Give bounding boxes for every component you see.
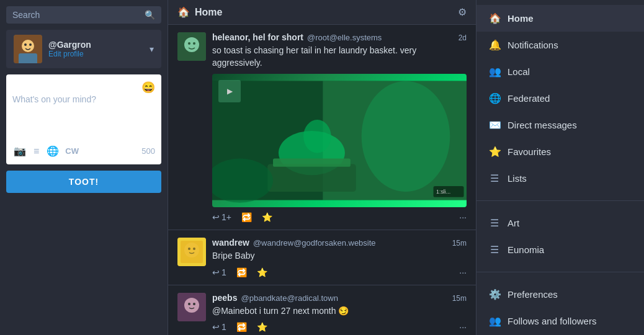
- post-name-1: heleanor, hel for short: [212, 32, 303, 42]
- svg-point-27: [184, 298, 199, 313]
- chevron-down-icon[interactable]: ▾: [150, 44, 154, 54]
- emoji-icon[interactable]: 😄: [141, 81, 155, 94]
- home-nav-icon: 🏠: [489, 12, 500, 24]
- svg-point-4: [29, 43, 32, 46]
- gear-icon: ⚙️: [489, 288, 500, 300]
- post-header-1: heleanor, hel for short @root@elle.syste…: [212, 32, 467, 42]
- sidebar-item-label-preferences: Preferences: [508, 289, 558, 300]
- compose-toolbar: 📷 ≡ 🌐 CW 500: [12, 144, 155, 158]
- reply-button-1[interactable]: ↩ 1+: [212, 212, 231, 222]
- sidebar-item-lists[interactable]: ☰ Lists: [476, 165, 644, 192]
- sidebar-item-notifications[interactable]: 🔔 Notifications: [476, 32, 644, 58]
- profile-edit-link[interactable]: Edit profile: [48, 50, 150, 58]
- search-icon: 🔍: [145, 10, 155, 20]
- toot-button[interactable]: TOOT!: [6, 171, 161, 193]
- sidebar-item-home[interactable]: 🏠 Home: [476, 5, 644, 32]
- compose-textarea[interactable]: [12, 94, 155, 138]
- post-text-2: Bripe Baby: [212, 250, 467, 262]
- post-time-2: 15m: [452, 239, 467, 248]
- sidebar-item-follows[interactable]: 👥 Follows and followers: [476, 308, 644, 334]
- boost-button-2[interactable]: 🔁: [236, 267, 247, 277]
- favourite-button-2[interactable]: ⭐: [257, 267, 267, 277]
- svg-point-28: [188, 303, 190, 305]
- sidebar-item-preferences[interactable]: ⚙️ Preferences: [476, 281, 644, 308]
- list-eunomia-icon: ☰: [489, 244, 500, 256]
- post-actions-3: ↩ 1 🔁 ⭐ ···: [212, 322, 467, 332]
- post-header-3: peebs @pbandkate@radical.town 15m: [212, 293, 467, 303]
- post-top-2: wandrew @wandrew@godforsaken.website 15m…: [177, 238, 467, 277]
- more-button-2[interactable]: ···: [459, 267, 467, 277]
- sidebar-item-eunomia[interactable]: ☰ Eunomia: [476, 236, 644, 263]
- sidebar-item-favourites[interactable]: ⭐ Favourites: [476, 138, 644, 165]
- sidebar-item-label-lists: Lists: [508, 173, 527, 184]
- local-icon: 👥: [489, 66, 500, 78]
- post-actions-2: ↩ 1 🔁 ⭐ ···: [212, 267, 467, 277]
- post-text-1: so toast is chasing her tail in her laun…: [212, 45, 467, 69]
- feed-header: 🏠 Home ⚙: [168, 0, 476, 25]
- nav-divider-1: [476, 200, 644, 201]
- sidebar-item-federated[interactable]: 🌐 Federated: [476, 85, 644, 112]
- nav-secondary: ☰ Art ☰ Eunomia: [476, 205, 644, 268]
- profile-username: @Gargron: [48, 40, 150, 50]
- image-overlay-icon: ▶: [218, 80, 241, 102]
- bell-icon: 🔔: [489, 39, 500, 51]
- nav-main: 🏠 Home 🔔 Notifications 👥 Local 🌐 Federat…: [476, 0, 644, 197]
- sidebar-item-label-notifications: Notifications: [508, 40, 558, 50]
- sidebar-item-label-home: Home: [508, 13, 534, 24]
- svg-point-8: [193, 42, 195, 45]
- post-name-3: peebs: [212, 293, 237, 303]
- feed-title: Home: [195, 7, 458, 18]
- post-handle-1: @root@elle.systems: [307, 33, 382, 42]
- post-header-2: wandrew @wandrew@godforsaken.website 15m: [212, 238, 467, 248]
- post-handle-3: @pbandkate@radical.town: [241, 293, 338, 303]
- search-input[interactable]: [12, 10, 145, 20]
- svg-rect-2: [19, 53, 37, 63]
- post-top: heleanor, hel for short @root@elle.syste…: [177, 32, 467, 222]
- list-nav-icon: ☰: [489, 172, 500, 184]
- svg-point-13: [303, 120, 331, 153]
- center-feed: 🏠 Home ⚙ heleanor, hel for short @root@e…: [168, 0, 476, 335]
- svg-point-1: [22, 40, 34, 52]
- reply-button-2[interactable]: ↩ 1: [212, 267, 226, 277]
- nav-tertiary: ⚙️ Preferences 👥 Follows and followers 📋…: [476, 276, 644, 335]
- more-button-3[interactable]: ···: [459, 322, 467, 332]
- post-1: heleanor, hel for short @root@elle.syste…: [168, 25, 476, 230]
- post-top-3: peebs @pbandkate@radical.town 15m @Maine…: [177, 293, 467, 333]
- list-icon-button[interactable]: ≡: [32, 145, 40, 158]
- post-content-3: peebs @pbandkate@radical.town 15m @Maine…: [212, 293, 467, 333]
- boost-button-3[interactable]: 🔁: [236, 322, 247, 332]
- right-sidebar: 🏠 Home 🔔 Notifications 👥 Local 🌐 Federat…: [476, 0, 644, 335]
- globe-icon-button[interactable]: 🌐: [45, 144, 60, 158]
- cw-button[interactable]: CW: [65, 146, 79, 156]
- sidebar-item-label-direct: Direct messages: [508, 120, 577, 130]
- svg-point-7: [188, 42, 190, 45]
- list-art-icon: ☰: [489, 217, 500, 229]
- camera-icon-button[interactable]: 📷: [12, 144, 27, 158]
- boost-button-1[interactable]: 🔁: [241, 212, 252, 222]
- sidebar-item-direct[interactable]: ✉️ Direct messages: [476, 112, 644, 138]
- post-image-1: 1:sli... ▶: [212, 74, 467, 207]
- sidebar-item-label-art: Art: [508, 218, 519, 228]
- sidebar-item-local[interactable]: 👥 Local: [476, 58, 644, 85]
- more-button-1[interactable]: ···: [459, 212, 467, 222]
- mail-icon: ✉️: [489, 119, 500, 131]
- sidebar-item-art[interactable]: ☰ Art: [476, 210, 644, 236]
- sidebar-item-label-follows: Follows and followers: [508, 316, 596, 326]
- sidebar-item-label-local: Local: [508, 66, 530, 77]
- settings-sliders-icon[interactable]: ⚙: [458, 6, 467, 18]
- svg-point-3: [24, 43, 27, 46]
- post-actions-1: ↩ 1+ 🔁 ⭐ ···: [212, 212, 467, 222]
- sidebar-item-label-eunomia: Eunomia: [508, 244, 544, 255]
- search-bar[interactable]: 🔍: [6, 6, 161, 24]
- profile-area: @Gargron Edit profile ▾: [6, 30, 161, 68]
- globe-nav-icon: 🌐: [489, 92, 500, 104]
- post-time-3: 15m: [452, 294, 467, 303]
- favourite-button-3[interactable]: ⭐: [257, 322, 267, 332]
- svg-rect-15: [273, 159, 351, 167]
- svg-point-6: [184, 37, 199, 52]
- favourite-button-1[interactable]: ⭐: [262, 212, 272, 222]
- follows-icon: 👥: [489, 315, 500, 327]
- star-icon: ⭐: [489, 146, 500, 158]
- profile-info: @Gargron Edit profile: [48, 40, 150, 58]
- reply-button-3[interactable]: ↩ 1: [212, 322, 226, 332]
